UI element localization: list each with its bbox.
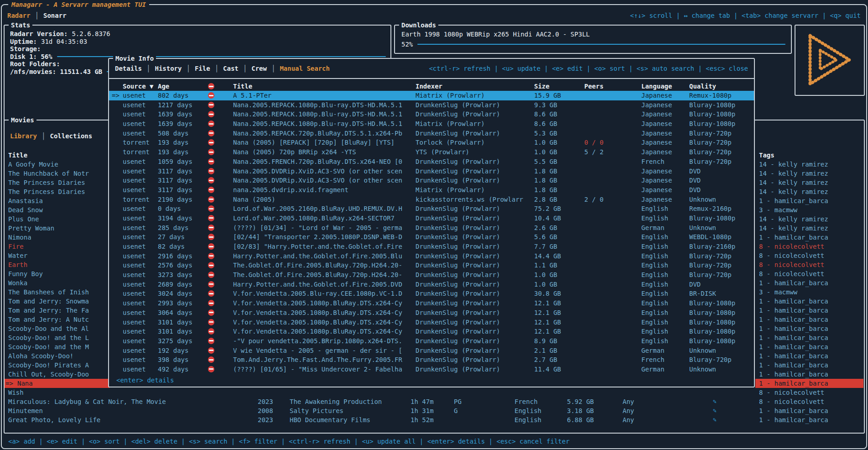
rejection-icon bbox=[208, 196, 214, 203]
tab-history[interactable]: History bbox=[155, 65, 182, 72]
release-row[interactable]: torrent193 daysNana (2005) 720p BRRip x2… bbox=[109, 147, 754, 157]
release-row[interactable]: usenet3117 daysNana.2005.DVDRip.XviD.AC3… bbox=[109, 176, 754, 185]
release-indexer: DrunkenSlug (Prowlarr) bbox=[416, 355, 532, 365]
tab-crew[interactable]: Crew bbox=[251, 65, 267, 72]
release-source: usenet bbox=[123, 365, 146, 374]
release-row[interactable]: usenet398 daysTom.And.Jerry.The.Fast.And… bbox=[109, 355, 754, 365]
movie-title: Pretty Woman bbox=[8, 224, 54, 233]
rejection-icon bbox=[208, 262, 214, 268]
release-row[interactable]: =>usenet802 daysA 5.1-PTerMiatrix (Prowl… bbox=[109, 91, 754, 100]
movie-size: 6.88 GB bbox=[567, 415, 594, 424]
release-indexer: DrunkenSlug (Prowlarr) bbox=[416, 308, 532, 318]
release-row[interactable]: usenet508 daysNana.2005.REPACK.720p.BluR… bbox=[109, 129, 754, 138]
tab-library[interactable]: Library bbox=[10, 132, 37, 140]
release-indexer: DrunkenSlug (Prowlarr) bbox=[416, 298, 532, 308]
release-row[interactable]: usenet2576 daysThe.Goblet.Of.Fire.2005.B… bbox=[109, 261, 754, 270]
stats-panel-title: Stats bbox=[9, 21, 32, 30]
tab-collections[interactable]: Collections bbox=[50, 132, 92, 140]
movie-tag: 1 - hamilcar_barca bbox=[759, 278, 828, 288]
release-age: 3024 days bbox=[158, 289, 192, 298]
logo-panel bbox=[795, 25, 865, 96]
release-age: 27 days bbox=[158, 232, 185, 242]
movie-tag: 14 - kelly ramirez bbox=[759, 160, 828, 169]
tab-separator: │ bbox=[186, 65, 190, 72]
release-source: usenet bbox=[123, 214, 146, 223]
release-row[interactable]: usenet2916 daysHarry.Potter.and.the.Gobl… bbox=[109, 251, 754, 261]
column-header-language: Language bbox=[641, 82, 672, 91]
movie-row[interactable]: Wish8 - nicolecolvett bbox=[5, 388, 864, 397]
release-row[interactable]: usenet1639 daysNana.2005.REPACK.1080p.Bl… bbox=[109, 119, 754, 129]
movie-row[interactable]: Minutemen2008Salty Pictures1h 31mGEnglis… bbox=[5, 406, 864, 415]
release-row[interactable]: usenet2993 daysV.for.Vendetta.2005.1080p… bbox=[109, 298, 754, 308]
release-language: English bbox=[641, 204, 668, 214]
release-source: usenet bbox=[123, 261, 146, 270]
release-quality: Bluray-720p bbox=[689, 138, 732, 147]
release-row[interactable]: usenet3101 daysV.for.Vendetta.2005.1080p… bbox=[109, 327, 754, 336]
release-row[interactable]: usenet3194 daysLord.of.War.2005.1080p.Bl… bbox=[109, 214, 754, 223]
movie-title: Fire bbox=[8, 242, 24, 251]
uptime-label: Uptime: bbox=[10, 38, 37, 46]
release-size: 2.1 GB bbox=[534, 346, 557, 356]
release-row[interactable]: usenet1059 daysNana.2005.FRENCH.720p.Blu… bbox=[109, 157, 754, 167]
release-indexer: DrunkenSlug (Prowlarr) bbox=[416, 167, 532, 176]
movie-title: Nana bbox=[17, 379, 33, 388]
release-row[interactable]: usenet0 daysLord.of.War.2005.2160p.BluRa… bbox=[109, 204, 754, 214]
release-size: 11.4 GB bbox=[534, 365, 561, 374]
release-row[interactable]: usenet192 daysV wie Vendetta - 2005 - ge… bbox=[109, 346, 754, 356]
release-quality: Bluray-2160p bbox=[689, 242, 735, 251]
release-language: Japanese bbox=[641, 167, 672, 176]
release-row[interactable]: usenet3117 daysnana.2005.dvdrip.xvid.fra… bbox=[109, 185, 754, 195]
release-row[interactable]: usenet3101 daysV.for.Vendetta.2005.1080p… bbox=[109, 318, 754, 327]
release-indexer: DrunkenSlug (Prowlarr) bbox=[416, 242, 532, 251]
movie-row[interactable]: Miraculous: Ladybug & Cat Noir, The Movi… bbox=[5, 397, 864, 406]
release-quality: Bluray-1080p bbox=[689, 308, 735, 318]
release-quality: Remux-2160p bbox=[689, 204, 732, 214]
release-size: 5.6 GB bbox=[534, 232, 557, 242]
release-age: 398 days bbox=[158, 355, 188, 365]
release-source: usenet bbox=[123, 298, 146, 308]
stat-storage: Storage: bbox=[10, 45, 386, 53]
release-row[interactable]: usenet3273 daysThe.Goblet.Of.Fire.2005.B… bbox=[109, 270, 754, 280]
release-size: 14.4 GB bbox=[534, 251, 561, 261]
release-source: usenet bbox=[123, 232, 146, 242]
tab-file[interactable]: File bbox=[195, 65, 210, 72]
movie-title: Chill Out, Scooby-Doo bbox=[8, 370, 89, 379]
release-row[interactable]: usenet285 days(????) [01/34] - "Lord of … bbox=[109, 223, 754, 233]
release-age: 2576 days bbox=[158, 261, 192, 270]
release-row[interactable]: usenet492 days(????) [01/65] - "Miss Und… bbox=[109, 365, 754, 374]
release-row[interactable]: torrent2190 daysNana (2005)kickasstorren… bbox=[109, 195, 754, 204]
movie-title: Scooby-Doo! and the L bbox=[8, 333, 89, 342]
movie-year: 2023 bbox=[258, 415, 273, 424]
rejection-icon bbox=[208, 92, 214, 99]
tab-radarr[interactable]: Radarr bbox=[7, 12, 31, 19]
movie-tag: 1 - hamilcar_barca bbox=[759, 351, 828, 361]
release-quality: DVD bbox=[689, 185, 701, 195]
footer-keybind-hints: <a> add | <e> edit | <o> sort | <del> de… bbox=[8, 436, 570, 446]
movies-tags-column-header: Tags bbox=[759, 151, 774, 160]
release-title: V.for.Vendetta.2005.1080p.BluRay.DTS.x26… bbox=[233, 298, 412, 308]
release-row[interactable]: usenet1639 daysNana.2005.REPACK.1080p.Bl… bbox=[109, 110, 754, 119]
release-source: usenet bbox=[123, 336, 146, 346]
release-language: English bbox=[641, 214, 668, 223]
release-row[interactable]: usenet3117 daysNana.2005.DVDRip.XviD.AC3… bbox=[109, 167, 754, 176]
release-indexer: DrunkenSlug (Prowlarr) bbox=[416, 270, 532, 280]
tab-sonarr[interactable]: Sonarr bbox=[43, 12, 67, 19]
release-title: (????) [01/65] - "Miss Undercover 2- Fab… bbox=[233, 365, 412, 374]
release-title: (????) [01/34] - "Lord of War - 2005 - g… bbox=[233, 223, 412, 233]
tab-manual-search[interactable]: Manual Search bbox=[280, 65, 330, 72]
tab-details[interactable]: Details bbox=[115, 65, 142, 72]
download-item[interactable]: Earth 1998 1080p WEBRip x265 Hindi AAC2.… bbox=[401, 29, 785, 39]
release-row[interactable]: usenet3024 daysV.for.Vendetta.2005.Blu-r… bbox=[109, 289, 754, 298]
release-row[interactable]: usenet3275 days-"V pour vendetta.2005.BR… bbox=[109, 336, 754, 346]
release-row[interactable]: usenet1217 daysNana.2005.REPACK.1080p.Bl… bbox=[109, 100, 754, 110]
release-source: usenet bbox=[123, 119, 146, 129]
movie-row[interactable]: Great Photo, Lovely Life2023HBO Document… bbox=[5, 415, 864, 424]
release-row[interactable]: usenet27 days[02/44] "Transporter 2.2005… bbox=[109, 232, 754, 242]
movie-title: Anastasia bbox=[8, 196, 43, 205]
release-indexer: YTS (Prowlarr) bbox=[416, 147, 532, 157]
release-row[interactable]: usenet3064 daysV.for.Vendetta.2005.1080p… bbox=[109, 308, 754, 318]
release-row[interactable]: usenet82 days[02/83] "Harry.Potter.and.t… bbox=[109, 242, 754, 251]
release-row[interactable]: usenet2689 daysHarry.Potter.and.the.Gobl… bbox=[109, 280, 754, 289]
release-row[interactable]: torrent193 daysNana (2005) [REPACK] [720… bbox=[109, 138, 754, 147]
tab-cast[interactable]: Cast bbox=[223, 65, 239, 72]
